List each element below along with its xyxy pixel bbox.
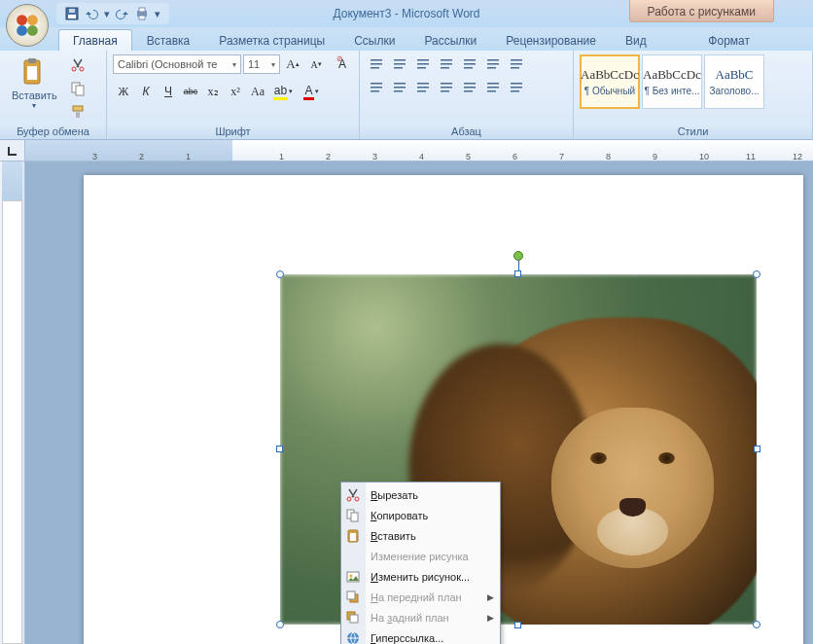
redo-icon[interactable] (115, 6, 130, 21)
style-item[interactable]: AaBbCЗаголово... (704, 54, 764, 109)
format-painter-button[interactable] (67, 101, 88, 123)
svg-rect-50 (441, 87, 452, 89)
vertical-ruler[interactable] (0, 161, 25, 644)
svg-rect-47 (417, 87, 429, 89)
ctx-paste-icon[interactable]: Вставить (341, 525, 500, 546)
style-item[interactable]: AaBbCcDc¶ Обычный (580, 54, 640, 109)
resize-handle-tl[interactable] (276, 270, 284, 278)
ctx-bring-front-icon: На передний план▶ (341, 587, 500, 607)
clear-formatting-button[interactable]: ⊘A (329, 54, 356, 74)
underline-button[interactable]: Ч (158, 82, 179, 101)
subscript-button[interactable]: x₂ (202, 82, 224, 101)
ctx-hyperlink-icon[interactable]: Гиперссылка... (341, 627, 500, 644)
cut-button[interactable] (67, 54, 88, 76)
svg-rect-37 (511, 59, 522, 61)
document-canvas[interactable]: ВырезатьКопироватьВставитьИзменение рису… (25, 161, 813, 644)
justify-button[interactable] (436, 78, 457, 97)
paste-button[interactable]: Вставить ▾ (6, 54, 63, 112)
svg-rect-38 (511, 63, 522, 65)
borders-icon (509, 80, 524, 95)
svg-point-68 (350, 574, 353, 577)
svg-point-2 (17, 25, 27, 36)
resize-handle-tr[interactable] (753, 270, 760, 278)
multilevel-button[interactable] (412, 54, 434, 74)
decrease-indent-button[interactable] (436, 54, 457, 74)
group-font: Calibri (Основной те▾ 11▾ A▴ A▾ ⊘A ЖКЧab… (107, 51, 360, 139)
highlight-button[interactable]: ab▾ (269, 82, 297, 101)
save-icon[interactable] (64, 6, 80, 21)
qat-customize-icon[interactable]: ▾ (154, 6, 161, 21)
sort-button[interactable] (482, 54, 504, 74)
shrink-font-button[interactable]: A▾ (305, 54, 327, 74)
resize-handle-br[interactable] (753, 621, 760, 628)
strikethrough-button[interactable]: abc (180, 82, 201, 101)
svg-rect-25 (417, 59, 429, 61)
svg-rect-33 (464, 67, 473, 69)
print-preview-icon[interactable] (134, 6, 150, 21)
resize-handle-b[interactable] (514, 622, 521, 628)
ctx-label: Копировать (371, 510, 428, 521)
italic-button[interactable]: К (135, 82, 157, 101)
resize-handle-l[interactable] (276, 446, 283, 452)
ruler-corner[interactable] (0, 140, 25, 161)
svg-rect-43 (394, 83, 406, 85)
copy-icon (70, 81, 86, 96)
ctx-label: Вырезать (371, 489, 418, 501)
line-spacing-button[interactable] (459, 78, 480, 97)
style-item[interactable]: AaBbCcDc¶ Без инте... (642, 54, 702, 109)
ctx-change-picture-icon[interactable]: Изменить рисунок... (341, 566, 500, 587)
tab-references[interactable]: Ссылки (339, 29, 409, 51)
svg-rect-21 (371, 67, 379, 69)
change-case-button[interactable]: Aa (247, 82, 268, 101)
ctx-copy-icon[interactable]: Копировать (341, 505, 500, 525)
superscript-button[interactable]: x² (225, 82, 246, 101)
tab-home[interactable]: Главная (58, 29, 132, 51)
tab-page-layout[interactable]: Разметка страницы (204, 29, 339, 51)
font-size-combo[interactable]: 11▾ (243, 54, 280, 74)
svg-point-3 (27, 25, 38, 36)
copy-button[interactable] (67, 78, 88, 99)
increase-indent-button[interactable] (459, 54, 480, 74)
horizontal-ruler[interactable]: 321123456789101112 (25, 140, 813, 161)
undo-dropdown-icon[interactable]: ▾ (103, 6, 111, 21)
svg-point-13 (72, 67, 76, 71)
bullets-icon (369, 56, 384, 72)
tab-view[interactable]: Вид (611, 29, 661, 51)
bullets-button[interactable] (366, 54, 387, 74)
cut-icon (345, 487, 361, 503)
svg-rect-56 (487, 87, 499, 89)
borders-button[interactable] (506, 78, 527, 97)
office-button[interactable] (6, 4, 49, 47)
tab-mailings[interactable]: Рассылки (409, 29, 491, 51)
show-marks-button[interactable] (506, 54, 527, 74)
numbering-button[interactable] (389, 54, 410, 74)
picture-tools-label: Работа с рисунками (629, 0, 774, 22)
align-center-button[interactable] (389, 78, 410, 97)
svg-rect-9 (139, 16, 145, 19)
align-right-button[interactable] (412, 78, 434, 97)
align-left-button[interactable] (366, 78, 387, 97)
svg-point-1 (27, 15, 38, 25)
group-label-styles: Стили (574, 124, 812, 139)
svg-rect-22 (394, 59, 406, 61)
undo-icon[interactable] (84, 6, 99, 21)
resize-handle-bl[interactable] (276, 621, 284, 628)
svg-rect-36 (487, 67, 496, 69)
tab-insert[interactable]: Вставка (132, 29, 205, 51)
tab-format[interactable]: Формат (693, 29, 764, 51)
font-color-button[interactable]: A▾ (298, 82, 325, 101)
numbering-icon (392, 56, 407, 72)
ctx-cut-icon[interactable]: Вырезать (341, 484, 500, 505)
resize-handle-r[interactable] (754, 446, 760, 452)
resize-handle-t[interactable] (514, 270, 521, 277)
rotation-handle[interactable] (513, 251, 523, 261)
tab-review[interactable]: Рецензирование (491, 29, 611, 51)
grow-font-button[interactable]: A▴ (282, 54, 303, 74)
svg-rect-51 (441, 90, 449, 92)
bold-button[interactable]: Ж (113, 82, 134, 101)
svg-rect-70 (347, 591, 355, 599)
shading-button[interactable] (482, 78, 504, 97)
group-clipboard: Вставить ▾ Буфер обмена (0, 51, 107, 139)
tab-selector-icon (6, 144, 19, 158)
font-name-combo[interactable]: Calibri (Основной те▾ (113, 54, 241, 74)
